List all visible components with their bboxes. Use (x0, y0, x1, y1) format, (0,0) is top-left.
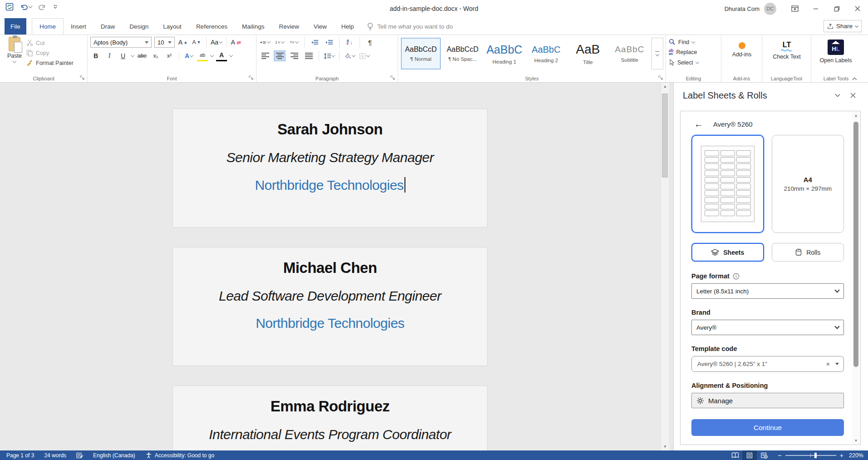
combobox-dropdown-icon[interactable] (835, 363, 839, 365)
zoom-in-icon[interactable]: + (840, 453, 843, 458)
zoom-percentage[interactable]: 220% (847, 452, 863, 459)
underline-button[interactable]: U (118, 50, 128, 61)
collapse-ribbon-icon[interactable] (852, 77, 857, 80)
style-normal[interactable]: AaBbCcD ¶ Normal (401, 38, 441, 69)
text-effects-button[interactable]: A (183, 50, 194, 61)
template-card-letter[interactable] (691, 135, 764, 233)
strikethrough-button[interactable]: abe (137, 50, 148, 61)
styles-dialog-launcher[interactable] (658, 75, 664, 81)
bullets-button[interactable]: •≡ (259, 37, 271, 48)
zoom-out-icon[interactable]: − (778, 453, 782, 458)
document-scrollbar-thumb[interactable] (662, 94, 668, 178)
show-hide-paragraph-button[interactable]: ¶ (364, 37, 376, 48)
read-mode-button[interactable] (728, 450, 742, 460)
font-color-dropdown-icon[interactable] (229, 53, 233, 57)
change-case-button[interactable]: Aa (211, 37, 222, 48)
info-icon[interactable] (733, 273, 740, 280)
replace-button[interactable]: abac Replace (669, 49, 719, 55)
subscript-button[interactable]: x₂ (150, 50, 161, 61)
find-button[interactable]: Find (669, 39, 719, 45)
label-block-1[interactable]: Sarah Johnson Senior Marketing Strategy … (173, 109, 488, 228)
clear-selection-icon[interactable]: × (826, 361, 830, 368)
decrease-indent-button[interactable] (309, 37, 321, 48)
pane-scrollbar[interactable]: ▲ ▼ (852, 112, 860, 444)
pane-collapse-icon[interactable] (830, 89, 845, 102)
bold-button[interactable]: B (90, 50, 101, 61)
back-arrow-icon[interactable]: ← (694, 119, 703, 129)
clear-formatting-button[interactable]: A (231, 37, 242, 48)
template-card-a4[interactable]: A4 210mm × 297mm (772, 135, 844, 233)
word-count[interactable]: 24 words (44, 452, 66, 459)
open-labels-button[interactable]: HL Open Labels (814, 37, 858, 73)
tab-layout[interactable]: Layout (156, 18, 189, 35)
addins-button[interactable]: Add-ins (724, 37, 760, 73)
zoom-slider[interactable]: − + (778, 453, 843, 458)
style-heading2[interactable]: AaBbC Heading 2 (526, 38, 566, 69)
paste-button[interactable]: Paste (3, 37, 26, 70)
tab-review[interactable]: Review (271, 18, 306, 35)
multilevel-list-button[interactable]: ᵃ≡ (288, 37, 300, 48)
template-code-combobox[interactable]: Avery® 5260 | 2.625" x 1" × (691, 356, 844, 372)
underline-dropdown-icon[interactable] (131, 53, 134, 57)
tab-insert[interactable]: Insert (64, 18, 94, 35)
italic-button[interactable]: I (104, 50, 115, 61)
tab-design[interactable]: Design (122, 18, 156, 35)
language-indicator[interactable]: English (Canada) (93, 452, 135, 459)
justify-button[interactable] (303, 50, 315, 61)
clipboard-dialog-launcher[interactable] (80, 75, 85, 81)
close-button[interactable] (847, 0, 868, 17)
align-center-button[interactable] (274, 50, 286, 61)
sort-button[interactable]: AZ ↓ (344, 37, 355, 48)
paste-dropdown-icon[interactable] (13, 59, 16, 63)
share-button[interactable]: Share (824, 20, 862, 32)
style-no-spacing[interactable]: AaBbCcD ¶ No Spac... (443, 38, 483, 69)
label-block-2[interactable]: Michael Chen Lead Software Development E… (173, 247, 488, 366)
pane-scroll-up-icon[interactable]: ▲ (852, 112, 860, 119)
avatar[interactable]: DC (764, 3, 776, 15)
style-title[interactable]: AaB Title (568, 38, 608, 69)
font-color-button[interactable]: A (216, 50, 227, 61)
copy-button[interactable]: Copy (26, 49, 74, 56)
borders-button[interactable] (358, 50, 370, 61)
increase-indent-button[interactable] (323, 37, 335, 48)
align-left-button[interactable] (259, 50, 271, 61)
style-subtitle[interactable]: AaBbC Subtitle (610, 38, 650, 69)
accessibility-status[interactable]: Accessibility: Good to go (145, 452, 214, 459)
page-format-select[interactable]: Letter (8.5x11 inch) (691, 283, 844, 299)
superscript-button[interactable]: x² (164, 50, 175, 61)
ribbon-display-options-icon[interactable] (784, 0, 805, 17)
shrink-font-button[interactable]: A▼ (191, 37, 202, 48)
select-button[interactable]: Select (669, 59, 719, 66)
web-layout-button[interactable] (757, 450, 771, 460)
pane-scrollbar-thumb[interactable] (853, 122, 858, 367)
tab-home[interactable]: Home (32, 18, 64, 35)
restore-button[interactable] (826, 0, 847, 17)
proofing-icon[interactable] (76, 452, 83, 459)
print-layout-button[interactable] (742, 450, 757, 460)
tab-references[interactable]: References (189, 18, 235, 35)
page-indicator[interactable]: Page 1 of 3 (6, 452, 34, 459)
font-dialog-launcher[interactable] (249, 75, 254, 81)
align-right-button[interactable] (288, 50, 300, 61)
scroll-up-icon[interactable]: ▲ (661, 83, 669, 90)
highlight-color-button[interactable]: ab (197, 50, 208, 61)
document-scrollbar[interactable]: ▲ ▼ (661, 83, 669, 450)
pane-scroll-down-icon[interactable]: ▼ (852, 437, 860, 444)
cut-button[interactable]: Cut (26, 40, 74, 46)
numbering-button[interactable]: 1≡ (274, 37, 286, 48)
sheets-button[interactable]: Sheets (691, 243, 764, 262)
tab-mailings[interactable]: Mailings (235, 18, 272, 35)
continue-button[interactable]: Continue (691, 419, 844, 436)
document-canvas[interactable]: Sarah Johnson Senior Marketing Strategy … (0, 83, 673, 450)
tab-view[interactable]: View (306, 18, 334, 35)
highlight-dropdown-icon[interactable] (210, 53, 214, 57)
zoom-slider-thumb[interactable] (814, 453, 817, 458)
tell-me-box[interactable]: Tell me what you want to do (367, 18, 453, 35)
font-name-select[interactable]: Aptos (Body) (90, 37, 152, 48)
minimize-button[interactable] (805, 0, 826, 17)
shading-button[interactable] (344, 50, 355, 61)
style-heading1[interactable]: AaBbC Heading 1 (484, 38, 524, 69)
brand-select[interactable]: Avery® (691, 320, 844, 335)
pane-close-icon[interactable] (845, 89, 861, 102)
manage-button[interactable]: Manage (691, 393, 844, 408)
